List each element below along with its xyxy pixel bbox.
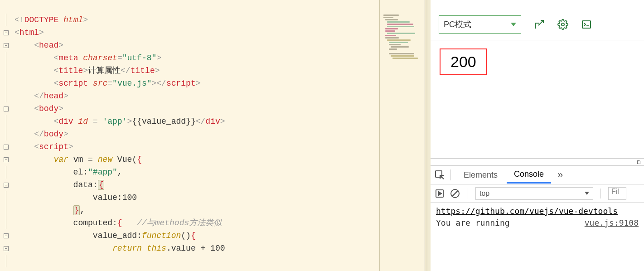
mode-select[interactable]: PC模式 [439,15,521,34]
code-token: 100 [210,244,225,253]
fold-icon[interactable] [4,106,9,111]
code-line[interactable]: <body> [15,102,379,115]
play-icon[interactable] [434,188,445,199]
code-token [15,206,73,215]
gutter-row[interactable] [0,64,12,77]
fold-icon[interactable] [4,30,9,35]
code-line[interactable]: <div id = 'app'>{{value_add}}</div> [15,115,379,128]
open-external-icon[interactable] [534,19,545,30]
code-token: var [53,155,68,164]
code-line[interactable]: <script> [15,140,379,153]
fold-icon[interactable] [4,246,9,251]
code-token: > [156,53,161,63]
code-token: < [53,53,58,63]
filter-input[interactable]: Fil [608,187,626,200]
fold-icon[interactable] [4,43,9,48]
log-entry: https://github.com/vuejs/vue-devtools [436,205,639,217]
code-line[interactable]: <head> [15,39,379,52]
gutter-line [6,14,6,26]
code-line[interactable]: <!DOCTYPE html> [15,14,379,26]
editor-scrollbar[interactable] [372,0,378,271]
console-filter-bar: top Fil [431,184,644,203]
code-token: = [93,117,103,126]
pane-divider[interactable] [425,0,428,271]
console-icon[interactable] [581,19,592,30]
clear-icon[interactable] [450,188,460,199]
gutter-row[interactable] [0,115,12,128]
code-minimap[interactable] [379,0,425,271]
code-token: > [83,66,88,75]
gutter-row[interactable] [0,77,12,90]
code-line[interactable]: data:{ [15,179,379,191]
code-token: < [34,142,39,151]
code-line[interactable]: value:100 [15,191,379,204]
code-token: charset [83,53,117,63]
gear-icon[interactable] [557,19,568,30]
fold-icon[interactable] [4,233,9,238]
svg-rect-1 [582,21,591,28]
gutter-row[interactable] [0,90,12,102]
gutter-row[interactable] [0,26,12,39]
code-line[interactable]: }, [15,204,379,217]
code-token [122,218,137,227]
gutter-line [6,77,6,90]
log-link[interactable]: https://github.com/vuejs/vue-devtools [436,206,618,216]
code-line[interactable]: <meta charset="utf-8"> [15,52,379,64]
code-token: body [44,130,63,139]
gutter-row[interactable] [0,102,12,115]
gutter-line [6,255,6,267]
fold-gutter[interactable] [0,0,12,271]
code-token [15,244,112,253]
gutter-row[interactable] [0,140,12,153]
gutter-row[interactable] [0,52,12,64]
code-token: = [107,79,112,88]
gutter-row[interactable] [0,229,12,242]
code-token: </ [34,92,44,101]
code-line[interactable]: </body> [15,128,379,140]
code-token: vm = [68,155,98,164]
inspect-icon[interactable] [434,169,445,180]
code-line[interactable]: </head> [15,90,379,102]
minimap-line [387,21,410,23]
tabs-overflow-icon[interactable]: » [553,169,567,181]
code-token: < [53,66,58,75]
code-token: data: [15,180,98,189]
code-token [15,104,34,113]
code-token: () [181,231,191,240]
context-select[interactable]: top [475,187,593,200]
fold-icon[interactable] [4,145,9,150]
gutter-row[interactable] [0,204,12,217]
code-line[interactable]: el:"#app", [15,166,379,179]
gutter-row[interactable] [0,191,12,204]
code-line[interactable]: <title>计算属性</title> [15,64,379,77]
gutter-row[interactable] [0,14,12,26]
minimap-line [385,30,395,32]
gutter-row[interactable] [0,242,12,255]
code-line[interactable]: <html> [15,26,379,39]
log-source[interactable]: vue.js:9108 [585,217,639,229]
tab-elements[interactable]: Elements [456,167,505,183]
minimap-line [385,37,399,39]
fold-icon[interactable] [4,183,9,188]
code-token: </ [34,130,44,139]
code-line[interactable]: var vm = new Vue({ [15,153,379,166]
tab-console[interactable]: Console [507,166,551,184]
gutter-row[interactable] [0,255,12,267]
code-editor[interactable]: <!DOCTYPE html><html> <head> <meta chars… [0,0,379,271]
code-token: return [112,244,142,253]
gutter-row[interactable] [0,128,12,140]
gutter-line [6,128,6,140]
gutter-row[interactable] [0,217,12,229]
restore-window-icon[interactable] [636,160,641,165]
gutter-row[interactable] [0,179,12,191]
gutter-row[interactable] [0,153,12,166]
code-line[interactable]: computed:{ //与methods方法类似 [15,217,379,229]
gutter-row[interactable] [0,39,12,52]
gutter-row[interactable] [0,166,12,179]
code-token: { [117,218,122,227]
code-line[interactable]: <script src="vue.js"></script> [15,77,379,90]
code-line[interactable]: return this.value + 100 [15,242,379,255]
code-area[interactable]: <!DOCTYPE html><html> <head> <meta chars… [12,0,379,271]
code-line[interactable]: value_add:function(){ [15,229,379,242]
fold-icon[interactable] [4,157,9,162]
